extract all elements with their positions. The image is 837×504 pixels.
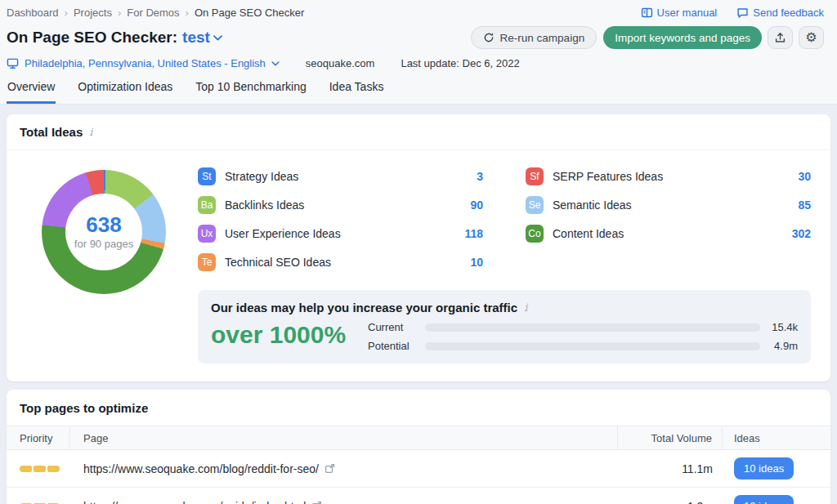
content-ideas-item: Co Content Ideas 302: [526, 224, 811, 243]
user-experience-label: User Experience Ideas: [225, 227, 341, 240]
campaign-selector[interactable]: test: [182, 29, 222, 47]
traffic-highlight: over 1000%: [211, 321, 368, 348]
ideas-legend: St Strategy Ideas 3 Ba Backlinks Ideas 9…: [198, 167, 811, 272]
external-link-icon[interactable]: [325, 463, 335, 474]
import-keywords-label: Import keywords and pages: [615, 32, 750, 44]
total-volume-cell: 1.2m: [618, 500, 723, 504]
semantic-label: Semantic Ideas: [553, 198, 632, 212]
table-row: https://www.seoquake.com/blog/reddit-for…: [7, 450, 830, 488]
send-feedback-link[interactable]: Send feedback: [736, 7, 824, 19]
priority-bars: [20, 466, 60, 472]
total-ideas-body: 638 for 90 pages St Strategy Ideas 3 Ba …: [7, 150, 830, 381]
info-icon[interactable]: i: [524, 301, 527, 314]
semantic-badge: Se: [526, 196, 544, 214]
backlinks-label: Backlinks Ideas: [225, 198, 304, 212]
serp-features-count[interactable]: 30: [798, 170, 811, 183]
breadcrumb-for-demos[interactable]: For Demos: [127, 7, 179, 19]
breadcrumb-projects[interactable]: Projects: [74, 7, 112, 19]
semantic-count[interactable]: 85: [798, 198, 811, 212]
content-count[interactable]: 302: [792, 227, 811, 240]
rerun-campaign-button[interactable]: Re-run campaign: [471, 26, 598, 49]
gear-icon: ⚙: [805, 31, 817, 44]
top-pages-title: Top pages to optimize: [7, 390, 830, 426]
traffic-title-row: Our ideas may help you increase your org…: [211, 301, 798, 314]
meta-row: Philadelphia, Pennsylvania, United State…: [7, 57, 824, 69]
table-header: Priority Page Total Volume Ideas: [7, 426, 830, 450]
total-volume-column-header: Total Volume: [618, 426, 723, 449]
info-icon[interactable]: i: [89, 126, 92, 138]
book-icon: [641, 7, 653, 19]
ideas-count-button[interactable]: 10 ideas: [734, 457, 794, 479]
traffic-panel: Our ideas may help you increase your org…: [198, 290, 811, 364]
ideas-cell: 10 ideas: [723, 495, 830, 504]
chevron-down-icon: [213, 35, 222, 41]
page-cell: https://www.seoquake.com/guide/index.htm…: [70, 500, 618, 504]
total-ideas-title: Total Ideas: [20, 125, 83, 139]
content-badge: Co: [526, 225, 544, 243]
ideas-cell: 10 ideas: [723, 457, 830, 479]
strategy-count[interactable]: 3: [477, 170, 483, 183]
ideas-panel: St Strategy Ideas 3 Ba Backlinks Ideas 9…: [198, 165, 811, 364]
breadcrumb-dashboard[interactable]: Dashboard: [7, 7, 59, 19]
breadcrumb-separator-icon: ›: [117, 7, 122, 19]
tab-optimization-ideas[interactable]: Optimization Ideas: [77, 80, 173, 104]
traffic-bars: Current 15.4k Potential 4.9m: [368, 319, 798, 351]
last-update: Last update: Dec 6, 2022: [401, 57, 519, 69]
traffic-body: over 1000% Current 15.4k Potential 4.9m: [211, 319, 798, 351]
strategy-badge: St: [198, 167, 216, 185]
user-manual-label: User manual: [657, 7, 718, 19]
user-experience-ideas-item: Ux User Experience Ideas 118: [198, 224, 483, 243]
donut-subtitle: for 90 pages: [74, 238, 133, 250]
page-url-link[interactable]: https://www.seoquake.com/guide/index.htm…: [83, 500, 306, 504]
import-keywords-button[interactable]: Import keywords and pages: [603, 26, 762, 49]
tab-idea-tasks[interactable]: Idea Tasks: [329, 80, 385, 104]
backlinks-count[interactable]: 90: [470, 198, 483, 212]
speech-bubble-icon: [736, 7, 749, 19]
location-selector[interactable]: Philadelphia, Pennsylvania, United State…: [7, 57, 280, 69]
page-title: On Page SEO Checker:: [7, 29, 177, 47]
total-volume-cell: 11.1m: [618, 462, 723, 475]
tab-overview[interactable]: Overview: [7, 80, 56, 104]
upload-icon: [774, 32, 786, 44]
ideas-count-button[interactable]: 10 ideas: [734, 495, 794, 504]
page-url-link[interactable]: https://www.seoquake.com/blog/reddit-for…: [83, 462, 319, 475]
external-link-icon[interactable]: [311, 501, 322, 504]
location-label: Philadelphia, Pennsylvania, United State…: [25, 57, 266, 69]
title-row: On Page SEO Checker: test Re-run campaig…: [7, 26, 824, 49]
settings-button[interactable]: ⚙: [799, 26, 824, 49]
donut-total: 638: [86, 214, 121, 236]
potential-bar: [425, 342, 760, 350]
current-bar: [425, 323, 760, 332]
user-experience-badge: Ux: [198, 225, 216, 243]
serp-features-label: SERP Features Ideas: [553, 170, 663, 183]
ideas-column-header: Ideas: [723, 426, 830, 449]
backlinks-ideas-item: Ba Backlinks Ideas 90: [198, 195, 483, 215]
user-experience-count[interactable]: 118: [464, 227, 483, 240]
backlinks-badge: Ba: [198, 196, 216, 214]
top-pages-card: Top pages to optimize Priority Page Tota…: [7, 390, 830, 504]
monitor-icon: [7, 58, 19, 69]
export-button[interactable]: [768, 26, 793, 49]
chevron-down-icon: [271, 61, 280, 66]
total-ideas-donut[interactable]: 638 for 90 pages: [42, 170, 166, 294]
breadcrumb-row: Dashboard › Projects › For Demos › On Pa…: [7, 7, 824, 19]
page-header: Dashboard › Projects › For Demos › On Pa…: [0, 0, 837, 105]
current-traffic-row: Current 15.4k: [368, 322, 798, 332]
total-ideas-card: Total Ideas i 638 for 90 pages St Strate…: [7, 114, 830, 381]
serp-features-badge: Sf: [526, 167, 544, 185]
priority-cell: [7, 466, 70, 472]
rerun-campaign-label: Re-run campaign: [500, 32, 585, 44]
page-column-header: Page: [70, 426, 618, 449]
donut-wrap: 638 for 90 pages: [20, 165, 188, 364]
traffic-title: Our ideas may help you increase your org…: [211, 301, 517, 314]
current-value: 15.4k: [760, 321, 798, 333]
user-manual-link[interactable]: User manual: [641, 7, 718, 19]
project-domain: seoquake.com: [306, 57, 375, 69]
donut-center: 638 for 90 pages: [65, 194, 142, 270]
table-row: https://www.seoquake.com/guide/index.htm…: [7, 488, 830, 504]
semantic-ideas-item: Se Semantic Ideas 85: [526, 195, 811, 215]
tab-top10-benchmarking[interactable]: Top 10 Benchmarking: [195, 80, 307, 104]
campaign-name: test: [182, 29, 210, 47]
breadcrumb: Dashboard › Projects › For Demos › On Pa…: [7, 7, 304, 19]
technical-seo-count[interactable]: 10: [470, 256, 483, 269]
